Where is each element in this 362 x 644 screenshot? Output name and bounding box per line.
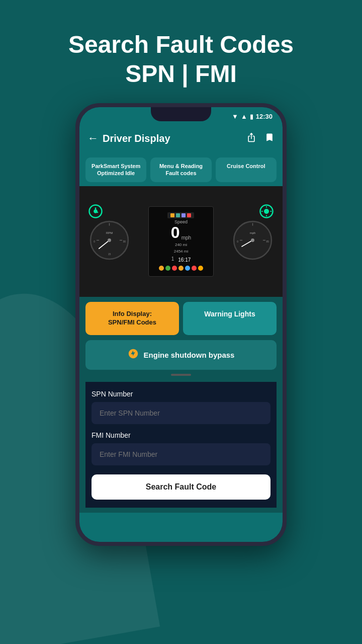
tab-menu-faults[interactable]: Menu & Reading Fault codes <box>150 157 211 182</box>
phone-frame: ▼ ▲ ▮ 12:30 ← Driver Display <box>75 103 287 546</box>
warning-dot-1 <box>159 266 164 271</box>
header-section: Search Fault Codes SPN | FMI <box>68 30 294 88</box>
app-bar-left: ← Driver Display <box>87 132 170 145</box>
dashboard-time: 16:17 <box>178 257 191 263</box>
speed-value: 0 <box>171 224 180 240</box>
app-bar-title: Driver Display <box>103 133 170 144</box>
svg-text:mph: mph <box>249 231 255 234</box>
warning-lights-button[interactable]: Warning Lights <box>183 302 277 335</box>
current-gear: 1 <box>171 256 174 262</box>
share-button[interactable] <box>246 132 256 145</box>
svg-text:0: 0 <box>94 240 96 243</box>
app-bar-actions <box>246 132 275 145</box>
spn-input[interactable] <box>92 402 270 424</box>
fmi-label: FMI Number <box>92 431 270 439</box>
center-display: Speed 0 mph 240 mi 2454 mi 1 16:17 <box>148 206 214 277</box>
speed-unit: mph <box>182 235 191 240</box>
warning-dot-4 <box>178 266 184 271</box>
left-indicator-icon <box>88 204 103 221</box>
status-icons: ▼ ▲ ▮ 12:30 <box>232 113 273 120</box>
odometer2: 2454 mi <box>174 249 188 254</box>
engine-shutdown-text: Engine shutdown bypass <box>144 351 235 359</box>
bookmark-button[interactable] <box>264 132 275 145</box>
main-title: Search Fault Codes SPN | FMI <box>68 30 294 88</box>
left-gauge-container: RPM 0 30 15 <box>88 219 131 264</box>
right-indicator-icon <box>259 204 274 221</box>
svg-point-8 <box>108 238 111 242</box>
tab-parksmart[interactable]: ParkSmart System Optimized Idle <box>85 157 146 182</box>
warning-icons-row <box>159 266 203 271</box>
odometer1: 240 mi <box>175 243 187 247</box>
dashboard-area: RPM 0 30 15 <box>79 186 283 297</box>
warning-dot-3 <box>172 266 177 271</box>
form-section: SPN Number FMI Number Search Fault Code <box>85 382 277 508</box>
battery-icon: ▮ <box>250 113 253 120</box>
phone-notch <box>151 107 211 121</box>
tab-cruise[interactable]: Cruise Control <box>216 157 277 182</box>
svg-text:30: 30 <box>123 240 126 243</box>
svg-text:RPM: RPM <box>106 231 113 234</box>
svg-text:0: 0 <box>237 240 238 243</box>
warning-dot-2 <box>165 266 170 271</box>
drawer-handle <box>171 374 191 376</box>
warning-dot-6 <box>192 266 197 271</box>
search-fault-code-button[interactable]: Search Fault Code <box>92 474 270 500</box>
engine-shutdown-icon <box>128 348 139 362</box>
right-gauge-container: mph 0 85 <box>231 219 274 264</box>
svg-point-1 <box>94 210 98 214</box>
left-gauge: RPM 0 30 15 <box>88 219 131 262</box>
spn-label: SPN Number <box>92 390 270 398</box>
warning-dot-5 <box>185 266 190 271</box>
action-buttons: Info Display: SPN/FMI Codes Warning Ligh… <box>85 302 277 335</box>
tabs-row: ParkSmart System Optimized Idle Menu & R… <box>79 151 283 186</box>
warning-dot-7 <box>198 266 203 271</box>
dashboard-bg: RPM 0 30 15 <box>79 186 283 297</box>
status-time: 12:30 <box>256 113 273 120</box>
info-display-button[interactable]: Info Display: SPN/FMI Codes <box>85 302 179 335</box>
app-bar: ← Driver Display <box>79 125 283 151</box>
back-button[interactable]: ← <box>87 132 99 145</box>
fmi-input[interactable] <box>92 443 270 465</box>
svg-point-18 <box>251 238 254 242</box>
svg-text:85: 85 <box>266 240 269 243</box>
svg-text:15: 15 <box>108 253 111 256</box>
signal-icon: ▲ <box>241 113 247 120</box>
phone-content: ParkSmart System Optimized Idle Menu & R… <box>79 151 283 542</box>
bottom-section: Info Display: SPN/FMI Codes Warning Ligh… <box>79 297 283 513</box>
wifi-icon: ▼ <box>232 113 238 120</box>
right-gauge: mph 0 85 <box>231 219 274 262</box>
engine-shutdown-button[interactable]: Engine shutdown bypass <box>85 340 277 370</box>
